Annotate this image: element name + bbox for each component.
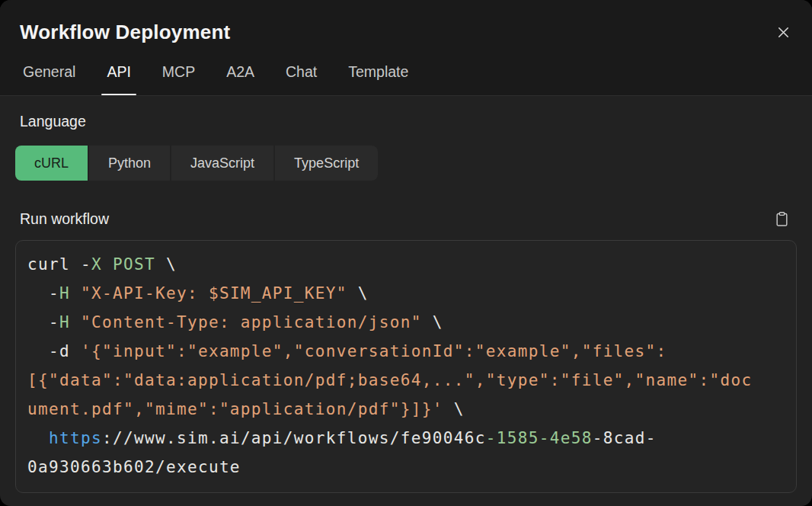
code-token: - [27,313,59,331]
language-label: Language [20,113,792,130]
code-token: "X-API-Key: $SIM_API_KEY" [70,284,347,303]
tab-general[interactable]: General [23,63,75,95]
language-selector: cURL Python JavaScript TypeScript [15,146,378,181]
dialog-title: Workflow Deployment [20,20,792,44]
code-token [27,429,49,447]
run-workflow-label: Run workflow [20,210,109,228]
tab-api[interactable]: API [107,63,130,95]
code-block: curl -X POST \ -H "X-API-Key: $SIM_API_K… [15,240,797,493]
code-line: -d '{"input":"example","conversationId":… [27,337,785,366]
code-line: https://www.sim.ai/api/workflows/fe90046… [27,424,785,453]
code-token: "Content-Type: application/json" [70,313,422,331]
code-token: 0a930663b602/execute [27,458,241,476]
code-token: H [59,313,70,331]
code-line: [{"data":"data:application/pdf;base64,..… [27,366,785,395]
code-line: -H "X-API-Key: $SIM_API_KEY" \ [27,279,785,308]
code-token: X [91,255,102,274]
code-token: \ [443,400,465,418]
code-token: [{"data":"data:application/pdf;base64,..… [27,371,753,389]
code-token: -d [27,342,81,360]
tab-a2a[interactable]: A2A [226,63,254,95]
code-line: 0a930663b602/execute [27,453,785,482]
close-icon [775,24,792,41]
code-token: '{"input":"example","conversationId":"ex… [81,342,667,360]
language-option-typescript[interactable]: TypeScript [275,146,378,181]
code-token: -8cad- [593,429,657,447]
clipboard-icon [775,211,789,227]
run-workflow-row: Run workflow [20,210,794,228]
code-token: H [59,284,70,303]
code-token: curl - [27,255,91,274]
code-token: ://www.sim.ai/api/workflows/fe90046c [102,429,486,447]
code-token: \ [347,284,369,303]
tab-mcp[interactable]: MCP [162,63,195,95]
language-option-curl[interactable]: cURL [15,146,88,181]
workflow-deployment-dialog: Workflow Deployment General API MCP A2A … [0,0,812,506]
dialog-body: Language cURL Python JavaScript TypeScri… [0,113,812,493]
code-token: \ [422,313,443,331]
close-button[interactable] [769,18,797,46]
dialog-header: Workflow Deployment General API MCP A2A … [0,0,812,96]
code-line: curl -X POST \ [27,250,785,279]
tab-chat[interactable]: Chat [286,63,317,95]
language-option-javascript[interactable]: JavaScript [171,146,273,181]
code-token [102,255,113,274]
language-option-python[interactable]: Python [89,146,170,181]
copy-button[interactable] [771,208,792,229]
code-line: -H "Content-Type: application/json" \ [27,308,785,337]
code-token: https [49,429,102,447]
tab-bar: General API MCP A2A Chat Template [23,63,792,95]
code-line: ument.pdf","mime":"application/pdf"}]}' … [27,395,785,424]
code-token: ument.pdf","mime":"application/pdf"}]}' [27,400,443,418]
code-token: - [27,284,59,303]
code-token: \ [155,255,177,274]
code-token: -1585-4e58 [486,429,593,447]
code-token: POST [113,255,155,274]
tab-template[interactable]: Template [348,63,408,95]
